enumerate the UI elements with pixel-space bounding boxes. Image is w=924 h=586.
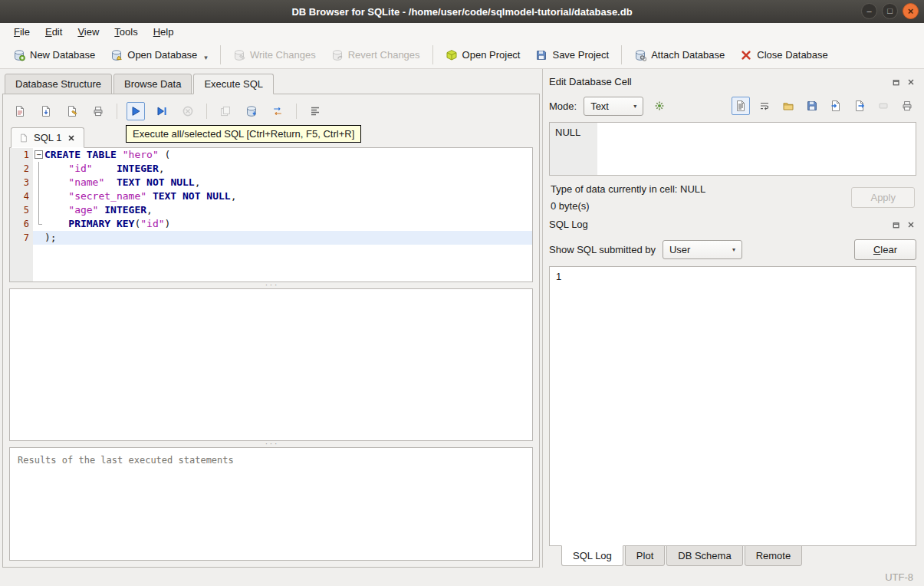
tab-remote[interactable]: Remote [745,545,803,566]
open-cell-file-icon[interactable] [779,97,797,115]
close-button[interactable]: × [903,3,919,19]
fold-marker[interactable]: − [33,148,44,162]
window-title: DB Browser for SQLite - /home/user/code/… [0,6,924,18]
open-project-label: Open Project [462,49,521,61]
log-filter-value: User [669,244,690,255]
float-panel-icon[interactable] [891,77,902,87]
sql-log-header: SQL Log [549,216,916,232]
new-database-icon [13,49,25,61]
tab-browse-data[interactable]: Browse Data [113,74,192,94]
encoding-indicator: UTF-8 [885,571,913,583]
clear-log-button[interactable]: Clear [854,239,916,260]
menu-tools[interactable]: Tools [107,23,145,41]
toolbar-separator [296,104,297,119]
float-panel-icon[interactable] [891,219,902,230]
results-message-splitter[interactable] [9,441,533,447]
tab-close-icon[interactable] [67,133,76,143]
results-grid[interactable] [9,288,533,441]
new-database-button[interactable]: New Database [6,45,102,65]
attach-database-button[interactable]: Attach Database [627,45,732,65]
attach-database-label: Attach Database [651,49,725,61]
editor-results-splitter[interactable] [9,282,533,288]
tab-database-structure[interactable]: Database Structure [5,74,112,94]
open-database-label: Open Database [127,49,197,61]
main-toolbar: New DatabaseOpen Database▾Write ChangesR… [0,41,924,69]
sql-log-area[interactable]: 1 [549,266,916,546]
tab-plot[interactable]: Plot [625,545,665,566]
save-project-label: Save Project [552,49,609,61]
execute-all-icon[interactable] [127,102,145,120]
editor-line: 2 "id" INTEGER, [10,162,532,176]
minimize-button[interactable]: – [861,3,877,19]
toolbar-separator [117,104,117,119]
log-filter-combo[interactable]: User ▾ [663,240,742,259]
edit-cell-title: Edit Database Cell [549,76,632,87]
word-wrap-icon[interactable] [755,97,774,115]
menubar: FileEditViewToolsHelp [0,23,924,41]
toolbar-separator [220,45,221,64]
format-sql-icon[interactable] [306,102,324,120]
revert-changes-icon [331,49,344,61]
export-cell-icon[interactable] [850,97,869,115]
editor-line: 5 "age" INTEGER, [10,203,532,217]
fold-collapse-icon[interactable]: − [35,150,43,159]
write-changes-icon [233,49,245,61]
open-project-button[interactable]: Open Project [439,45,528,65]
tab-db-schema[interactable]: DB Schema [666,545,742,566]
execute-sql-panel: Execute all/selected SQL [Ctrl+Return, F… [2,94,540,568]
save-cell-file-icon[interactable] [803,97,821,115]
sql-log-filter-row: Show SQL submitted by User ▾ Clear [549,232,916,266]
open-sql-file-icon[interactable] [11,102,29,120]
fold-marker [33,231,44,245]
mode-combo[interactable]: Text ▾ [584,97,643,116]
save-results-icon[interactable] [242,102,261,120]
close-database-button[interactable]: Close Database [733,45,835,65]
code-text: PRIMARY KEY("id") [44,217,532,231]
cell-value: NULL [555,127,580,138]
cell-type-text: Type of data currently in cell: NULL [551,183,705,195]
tab-sql-log[interactable]: SQL Log [561,545,623,566]
close-panel-icon[interactable] [906,219,916,230]
sql-toolbar [9,99,533,127]
new-database-label: New Database [30,49,95,61]
open-database-button[interactable]: Open Database▾ [104,45,215,65]
save-sql-as-icon[interactable] [63,102,81,120]
tab-sql-1[interactable]: SQL 1 [11,127,84,148]
save-sql-file-icon[interactable] [37,102,55,120]
sql-editor[interactable]: 1−CREATE TABLE "hero" (2 "id" INTEGER,3 … [9,147,533,282]
apply-button[interactable]: Apply [851,187,915,208]
tab-execute-sql[interactable]: Execute SQL [193,74,274,94]
dropdown-arrow-icon[interactable]: ▾ [204,54,208,61]
fold-marker [33,203,44,217]
import-cell-icon[interactable] [827,97,845,115]
cell-editor[interactable]: NULL [549,122,916,176]
fold-marker [33,162,44,176]
sql-log-dock-icons [891,219,916,230]
save-project-button[interactable]: Save Project [528,45,616,65]
line-number: 1 [10,148,33,162]
print-sql-icon[interactable] [89,102,107,120]
close-database-label: Close Database [757,49,828,61]
fold-marker [33,176,44,189]
find-replace-icon[interactable] [268,102,287,120]
execute-current-line-icon[interactable] [153,102,171,120]
menu-view[interactable]: View [70,23,107,41]
print-cell-icon[interactable] [898,97,916,115]
write-changes-label: Write Changes [250,49,316,61]
window-controls: –□× [861,3,919,19]
line-number: 7 [10,231,33,245]
app-window: DB Browser for SQLite - /home/user/code/… [0,0,924,586]
code-text: ); [44,231,532,245]
sql-file-icon [19,133,28,143]
maximize-button[interactable]: □ [882,3,898,19]
close-panel-icon[interactable] [906,77,916,87]
menu-edit[interactable]: Edit [38,23,70,41]
chevron-down-icon: ▾ [624,103,636,110]
text-mode-icon[interactable] [732,97,750,115]
menu-help[interactable]: Help [146,23,182,41]
menu-file[interactable]: File [6,23,38,41]
toolbar-separator [432,45,433,64]
statusbar: UTF-8 [0,568,924,586]
revert-changes-button: Revert Changes [324,45,427,65]
auto-format-icon[interactable] [650,97,669,115]
